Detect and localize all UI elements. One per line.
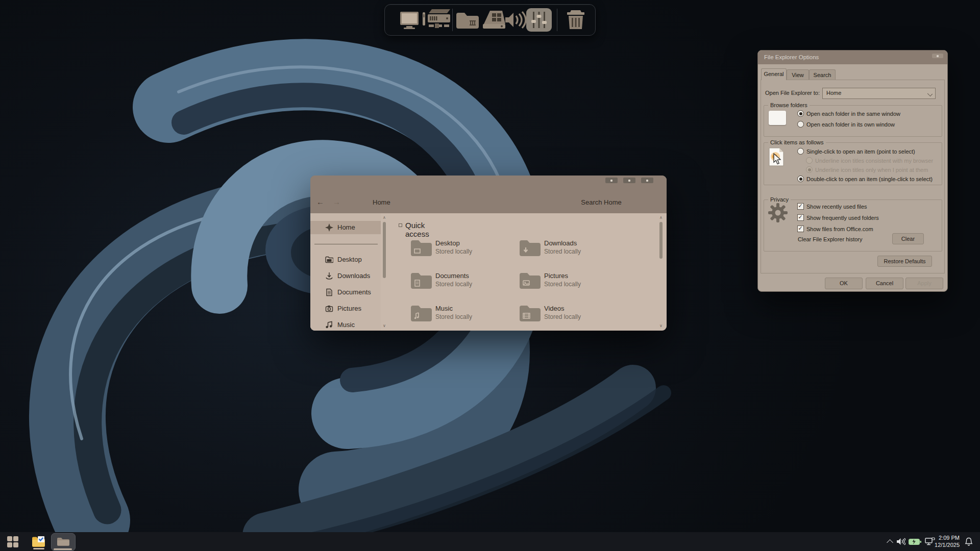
radio-own-window[interactable]: Open each folder in its own window (797, 121, 895, 128)
folder-options-icon (32, 536, 45, 548)
tab-view[interactable]: View (787, 69, 809, 80)
radio-icon (806, 166, 813, 173)
cancel-button[interactable]: Cancel (866, 278, 903, 289)
sidebar-separator (314, 244, 378, 244)
volume-icon[interactable] (896, 538, 905, 545)
sidebar-item-pictures[interactable]: Pictures (310, 302, 381, 315)
sidebar-item-desktop[interactable]: Desktop (310, 253, 381, 266)
clear-button[interactable]: Clear (892, 233, 924, 244)
display-device-icon[interactable] (925, 537, 935, 546)
scroll-down-icon[interactable]: ∨ (382, 324, 387, 328)
folder-documents-icon (410, 271, 433, 293)
dock-speaker-icon[interactable] (504, 5, 527, 35)
explorer-content: Quick access Desktop Stored locally Down… (390, 213, 656, 331)
tile-pictures[interactable]: Pictures Stored locally (519, 270, 624, 299)
radio-icon (797, 148, 804, 155)
top-dock (384, 4, 596, 36)
maximize-button[interactable] (623, 178, 635, 183)
folder-window-icon (769, 111, 786, 125)
dock-mixer-icon[interactable] (526, 5, 552, 35)
sidebar-scrollbar[interactable]: ∧ ∨ (382, 216, 387, 328)
tab-general[interactable]: General (761, 68, 787, 80)
dialog-title: File Explorer Options (764, 54, 819, 60)
tile-downloads[interactable]: Downloads Stored locally (519, 238, 624, 266)
dock-trash-icon[interactable] (562, 5, 589, 35)
radio-underline-point: Underline icon titles only when I point … (806, 166, 928, 173)
taskbar: 2:09 PM 12/1/2025 (0, 532, 980, 551)
file-explorer-icon (57, 537, 70, 547)
start-button[interactable] (6, 532, 19, 551)
radio-double-click[interactable]: Double-click to open an item (single-cli… (797, 176, 933, 183)
restore-defaults-button[interactable]: Restore Defaults (877, 256, 932, 267)
tile-documents[interactable]: Documents Stored locally (410, 270, 515, 299)
forward-arrow-icon[interactable]: → (333, 197, 340, 206)
radio-same-window[interactable]: Open each folder in the same window (797, 110, 900, 117)
open-to-dropdown[interactable]: Home (822, 88, 936, 99)
radio-single-click[interactable]: Single-click to open an item (point to s… (797, 148, 915, 155)
scroll-up-icon[interactable]: ∧ (658, 216, 664, 220)
open-to-label: Open File Explorer to: (765, 90, 820, 96)
address-location[interactable]: Home (373, 198, 390, 206)
sidebar-item-home[interactable]: Home (310, 221, 381, 234)
explorer-sidebar: Home Desktop Downloads Documents Pi (310, 213, 381, 331)
clear-history-label: Clear File Explorer history (798, 236, 863, 242)
checkbox-office-files[interactable]: Show files from Office.com (797, 226, 873, 233)
sidebar-item-documents[interactable]: Documents (310, 286, 381, 299)
checkbox-icon (797, 226, 804, 232)
content-scrollbar[interactable]: ∧ ∨ (658, 216, 664, 328)
minimize-button[interactable] (605, 178, 618, 183)
radio-underline-consistent: Underline icon titles consistent with my… (806, 157, 933, 164)
checkbox-icon (797, 214, 804, 221)
apply-button: Apply (905, 278, 943, 289)
tile-music[interactable]: Music Stored locally (410, 303, 515, 332)
explorer-body: Home Desktop Downloads Documents Pi (310, 213, 667, 331)
dialog-titlebar[interactable]: File Explorer Options (758, 51, 947, 64)
folder-downloads-icon (519, 239, 542, 260)
close-button[interactable] (641, 178, 653, 183)
app-active-indicator (54, 548, 72, 550)
explorer-titlebar[interactable]: ← → Home Search Home (310, 176, 667, 213)
taskbar-file-explorer-button[interactable] (51, 533, 76, 551)
dock-drive-windows-icon[interactable] (480, 5, 506, 35)
ok-button[interactable]: OK (825, 278, 863, 289)
notifications-bell-icon[interactable] (965, 537, 973, 546)
desktop-folder-icon (325, 256, 333, 264)
tile-desktop[interactable]: Desktop Stored locally (410, 238, 515, 266)
dialog-close-icon[interactable] (932, 54, 943, 58)
sidebar-item-downloads[interactable]: Downloads (310, 269, 381, 283)
checkbox-frequent-folders[interactable]: Show frequently used folders (797, 214, 879, 221)
folder-videos-icon (519, 304, 542, 325)
radio-icon (797, 176, 804, 182)
dock-divider (557, 9, 557, 31)
tile-videos[interactable]: Videos Stored locally (519, 303, 624, 332)
tray-time: 2:09 PM (935, 534, 960, 541)
sidebar-item-music[interactable]: Music (310, 318, 381, 331)
app-active-indicator (33, 548, 44, 549)
expand-marker-icon[interactable] (399, 223, 402, 227)
dock-computer-monitor-icon[interactable] (398, 5, 422, 35)
radio-icon (797, 121, 804, 128)
folder-pictures-icon (519, 271, 542, 293)
search-box[interactable]: Search Home (568, 198, 634, 206)
scrollbar-thumb[interactable] (383, 222, 386, 278)
radio-icon (797, 110, 804, 117)
checkbox-icon (797, 203, 804, 210)
scroll-down-icon[interactable]: ∨ (658, 324, 664, 328)
camera-icon (325, 305, 333, 313)
mouse-cursor (773, 153, 782, 167)
home-icon (325, 223, 333, 232)
battery-charging-icon[interactable] (908, 538, 921, 546)
explorer-navbar: ← → Home Search Home (310, 195, 667, 210)
checkbox-recent-files[interactable]: Show recently used files (797, 203, 867, 210)
dock-folder-icon[interactable] (454, 5, 481, 35)
dock-divider (452, 9, 453, 31)
hidden-icons-chevron[interactable] (887, 539, 893, 546)
tab-search[interactable]: Search (809, 69, 836, 80)
taskbar-clock[interactable]: 2:09 PM 12/1/2025 (935, 534, 960, 548)
file-explorer-options-dialog: File Explorer Options General View Searc… (757, 50, 948, 292)
tray-date: 12/1/2025 (935, 541, 960, 548)
dock-pc-tower-icon[interactable] (422, 5, 451, 35)
scroll-up-icon[interactable]: ∧ (382, 216, 387, 220)
scrollbar-thumb[interactable] (659, 222, 663, 259)
back-arrow-icon[interactable]: ← (316, 197, 324, 206)
